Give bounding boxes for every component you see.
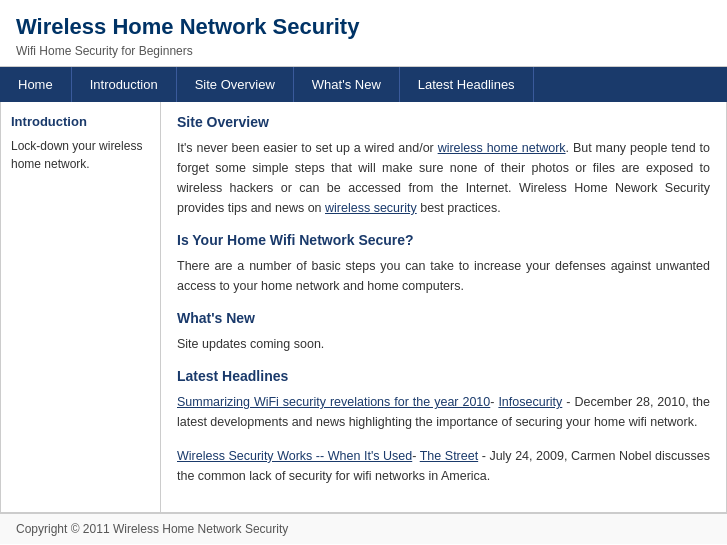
sidebar-title: Introduction bbox=[11, 114, 150, 129]
nav-item-home[interactable]: Home bbox=[0, 67, 72, 102]
footer-text: Copyright © 2011 Wireless Home Network S… bbox=[16, 522, 288, 536]
nav-item-latest-headlines[interactable]: Latest Headlines bbox=[400, 67, 534, 102]
content-area: Introduction Lock-down your wireless hom… bbox=[0, 102, 727, 513]
site-subtitle: Wifi Home Security for Beginners bbox=[16, 44, 711, 58]
link-wireless-security[interactable]: wireless security bbox=[325, 201, 417, 215]
site-title: Wireless Home Network Security bbox=[16, 14, 711, 40]
section-body-site-overview: It's never been easier to set up a wired… bbox=[177, 138, 710, 218]
link-wireless-home-network[interactable]: wireless home network bbox=[438, 141, 566, 155]
section-home-wifi-secure: Is Your Home Wifi Network Secure? There … bbox=[177, 232, 710, 296]
link-wifi-revelations[interactable]: Summarizing WiFi security revelations fo… bbox=[177, 395, 490, 409]
nav-item-site-overview[interactable]: Site Overview bbox=[177, 67, 294, 102]
main-content: Site Overview It's never been easier to … bbox=[161, 102, 726, 512]
section-latest-headlines: Latest Headlines Summarizing WiFi securi… bbox=[177, 368, 710, 486]
link-the-street[interactable]: The Street bbox=[420, 449, 478, 463]
nav-item-what's-new[interactable]: What's New bbox=[294, 67, 400, 102]
section-title-latest-headlines: Latest Headlines bbox=[177, 368, 710, 384]
section-title-whats-new: What's New bbox=[177, 310, 710, 326]
header: Wireless Home Network Security Wifi Home… bbox=[0, 0, 727, 67]
section-whats-new: What's New Site updates coming soon. bbox=[177, 310, 710, 354]
link-infosecurity[interactable]: Infosecurity bbox=[498, 395, 562, 409]
section-title-site-overview: Site Overview bbox=[177, 114, 710, 130]
nav-item-introduction[interactable]: Introduction bbox=[72, 67, 177, 102]
nav-bar: HomeIntroductionSite OverviewWhat's NewL… bbox=[0, 67, 727, 102]
link-wireless-security-works[interactable]: Wireless Security Works -- When It's Use… bbox=[177, 449, 412, 463]
headline-1: Summarizing WiFi security revelations fo… bbox=[177, 392, 710, 432]
section-body-whats-new: Site updates coming soon. bbox=[177, 334, 710, 354]
section-site-overview: Site Overview It's never been easier to … bbox=[177, 114, 710, 218]
headline-2: Wireless Security Works -- When It's Use… bbox=[177, 446, 710, 486]
sidebar: Introduction Lock-down your wireless hom… bbox=[1, 102, 161, 512]
section-body-home-wifi: There are a number of basic steps you ca… bbox=[177, 256, 710, 296]
footer: Copyright © 2011 Wireless Home Network S… bbox=[0, 513, 727, 544]
sidebar-description: Lock-down your wireless home network. bbox=[11, 137, 150, 173]
section-title-home-wifi: Is Your Home Wifi Network Secure? bbox=[177, 232, 710, 248]
